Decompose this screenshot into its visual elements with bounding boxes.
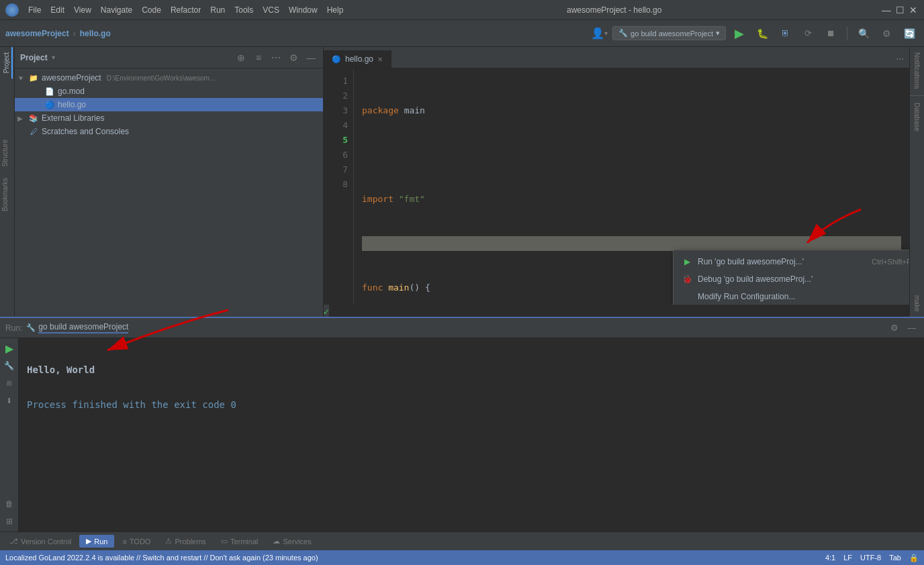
- services-icon: ☁: [273, 537, 280, 546]
- panel-options-button[interactable]: ⋯: [269, 51, 283, 64]
- debug-button[interactable]: 🐛: [753, 24, 772, 43]
- version-control-label: Version Control: [21, 537, 71, 546]
- project-panel-tab[interactable]: Project: [1, 47, 13, 79]
- run-button[interactable]: ▶: [730, 24, 749, 43]
- indent-selector[interactable]: Tab: [889, 554, 901, 562]
- collapse-all-button[interactable]: ≡: [252, 51, 265, 64]
- update-button[interactable]: 🔄: [900, 24, 919, 43]
- minimize-button[interactable]: —: [881, 5, 892, 15]
- coverage-icon: ⛨: [781, 28, 790, 38]
- structure-tab[interactable]: Structure: [0, 134, 14, 172]
- project-panel-dropdown[interactable]: ▾: [52, 54, 55, 61]
- user-profile-button[interactable]: 👤 ▾: [590, 24, 608, 43]
- stop-icon: ⏹: [827, 28, 835, 38]
- breadcrumb-separator: ›: [73, 29, 76, 38]
- main-area: Project Project ▾ ⊕ ≡ ⋯ ⚙ — ▼ 📁 awesomeP…: [0, 47, 924, 317]
- tree-scratches[interactable]: 🖊 Scratches and Consoles: [15, 125, 323, 138]
- run-scroll-button[interactable]: ⬇: [2, 393, 17, 408]
- settings-icon: ⚙: [882, 28, 891, 39]
- run-clear-button[interactable]: 🗑: [2, 497, 17, 511]
- run-play-button[interactable]: ▶: [2, 341, 17, 356]
- todo-icon: ≡: [122, 537, 126, 546]
- stop-button[interactable]: ⏹: [821, 24, 840, 43]
- make-panel-tab[interactable]: make: [912, 290, 922, 317]
- services-tab[interactable]: ☁ Services: [266, 535, 318, 548]
- scrollbar-checkmark: ✓: [324, 307, 330, 317]
- panel-minimize-button[interactable]: —: [304, 51, 318, 64]
- line-ending-selector[interactable]: LF: [843, 554, 852, 562]
- menu-tools[interactable]: Tools: [230, 4, 257, 16]
- ctx-modify-action[interactable]: Modify Run Configuration...: [674, 288, 909, 305]
- gomod-file-icon: 📄: [44, 86, 55, 97]
- menu-navigate[interactable]: Navigate: [97, 4, 136, 16]
- code-editor[interactable]: 1 2 3 4 5 6 7 8 package main import "fmt…: [324, 68, 909, 305]
- window-title: awesomeProject - hello.go: [353, 5, 876, 15]
- todo-label: TODO: [130, 537, 151, 546]
- app-logo: [5, 3, 19, 17]
- run-settings-button[interactable]: ⊞: [2, 514, 17, 529]
- editor-tab-hellogo[interactable]: 🔵 hello.go ✕: [324, 50, 391, 68]
- menu-code[interactable]: Code: [138, 4, 165, 16]
- scratches-icon: 🖊: [28, 126, 39, 137]
- breadcrumb-file: hello.go: [80, 29, 111, 38]
- version-control-tab[interactable]: ⎇ Version Control: [3, 535, 78, 548]
- editor-scrollbar[interactable]: ✓: [324, 305, 329, 317]
- menu-file[interactable]: File: [24, 4, 45, 16]
- line-num-3: 3: [324, 103, 348, 118]
- bottom-settings-button[interactable]: ⚙: [888, 321, 901, 335]
- menu-edit[interactable]: Edit: [46, 4, 68, 16]
- terminal-tab[interactable]: ▭ Terminal: [214, 535, 265, 548]
- panel-settings-button[interactable]: ⚙: [287, 51, 300, 64]
- tree-root-folder[interactable]: ▼ 📁 awesomeProject D:\Environment\GoWork…: [15, 71, 323, 85]
- editor-tabs: 🔵 hello.go ✕ ⋯: [324, 47, 909, 68]
- database-panel-tab[interactable]: Database: [912, 97, 922, 137]
- run-config-tab[interactable]: 🔧 go build awesomeProject: [26, 322, 128, 333]
- menu-vcs[interactable]: VCS: [259, 4, 283, 16]
- maximize-button[interactable]: ☐: [894, 5, 905, 15]
- todo-tab[interactable]: ≡ TODO: [116, 535, 157, 548]
- run-tab-icon: ▶: [86, 537, 91, 546]
- folder-icon: 📁: [28, 72, 39, 83]
- run-rerun-button[interactable]: 🔧: [2, 358, 17, 373]
- status-bar-right: 4:1 LF UTF-8 Tab 🔒: [825, 554, 919, 562]
- tree-item-hellogo[interactable]: 🔵 hello.go: [15, 98, 323, 111]
- search-everywhere-button[interactable]: 🔍: [854, 24, 873, 43]
- tree-expand-arrow: ▼: [17, 74, 26, 82]
- menu-help[interactable]: Help: [323, 4, 348, 16]
- bookmarks-tab[interactable]: Bookmarks: [0, 172, 14, 217]
- settings-button[interactable]: ⚙: [877, 24, 896, 43]
- encoding-selector[interactable]: UTF-8: [860, 554, 881, 562]
- status-bar-message[interactable]: Localized GoLand 2022.2.4 is available /…: [5, 554, 820, 562]
- run-tab[interactable]: ▶ Run: [79, 535, 114, 548]
- tree-external-libs[interactable]: ▶ 📚 External Libraries: [15, 111, 323, 125]
- line-num-5: 5: [324, 133, 348, 148]
- locate-file-button[interactable]: ⊕: [234, 51, 248, 64]
- bug-icon: 🐛: [757, 28, 768, 39]
- ctx-run-action[interactable]: ▶ Run 'go build awesomeProj...' Ctrl+Shi…: [674, 253, 909, 270]
- notifications-panel-tab[interactable]: Notifications: [912, 47, 922, 94]
- menu-view[interactable]: View: [70, 4, 95, 16]
- menu-window[interactable]: Window: [285, 4, 322, 16]
- profiler-button[interactable]: ⟳: [798, 24, 817, 43]
- main-toolbar: awesomeProject › hello.go 👤 ▾ 🔧 go build…: [0, 20, 924, 47]
- context-menu: ▶ Run 'go build awesomeProj...' Ctrl+Shi…: [673, 250, 909, 305]
- bottom-minimize-button[interactable]: —: [905, 321, 919, 335]
- console-line-blank: [27, 344, 916, 361]
- bottom-panel: Run: 🔧 go build awesomeProject ⚙ — ▶ 🔧 ⏹…: [0, 317, 924, 531]
- menu-run[interactable]: Run: [206, 4, 229, 16]
- problems-tab[interactable]: ⚠ Problems: [158, 535, 212, 548]
- run-stop-button: ⏹: [2, 376, 17, 391]
- bottom-toolbar: Run: 🔧 go build awesomeProject ⚙ —: [0, 318, 924, 338]
- search-icon: 🔍: [858, 28, 870, 39]
- coverage-button[interactable]: ⛨: [776, 24, 794, 43]
- ctx-debug-action[interactable]: 🐞 Debug 'go build awesomeProj...': [674, 270, 909, 288]
- tree-item-gomod[interactable]: 📄 go.mod: [15, 85, 323, 98]
- run-configuration-selector[interactable]: 🔧 go build awesomeProject ▾: [612, 26, 726, 40]
- close-button[interactable]: ✕: [908, 5, 919, 15]
- cursor-position[interactable]: 4:1: [825, 554, 835, 562]
- menu-refactor[interactable]: Refactor: [167, 4, 205, 16]
- tab-close-button[interactable]: ✕: [377, 56, 383, 63]
- project-name[interactable]: awesomeProject: [5, 29, 69, 38]
- tab-file-icon: 🔵: [332, 55, 341, 64]
- tabs-more-button[interactable]: ⋯: [890, 50, 909, 68]
